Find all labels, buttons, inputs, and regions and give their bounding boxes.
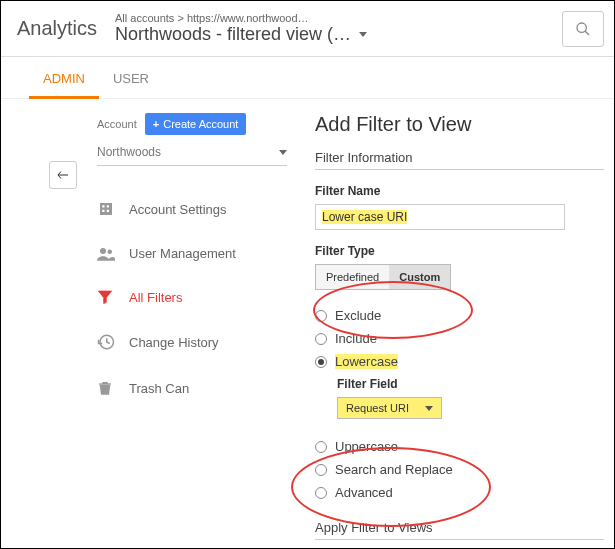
sidebar-item-label: All Filters (129, 290, 182, 305)
filter-name-input[interactable]: Lower case URI (315, 204, 565, 230)
analytics-logo: Analytics (17, 17, 97, 40)
radio-icon (315, 464, 327, 476)
radio-lowercase[interactable]: Lowercase (315, 354, 604, 369)
filter-field-value: Request URI (346, 402, 409, 414)
radio-icon (315, 310, 327, 322)
sidebar-item-change-history[interactable]: Change History (97, 319, 291, 365)
radio-include[interactable]: Include (315, 331, 604, 346)
sidebar-item-account-settings[interactable]: Account Settings (97, 186, 291, 232)
sidebar-item-label: Account Settings (129, 202, 227, 217)
chevron-down-icon (425, 406, 433, 411)
radio-label: Exclude (335, 308, 381, 323)
filter-icon (97, 289, 117, 305)
radio-uppercase[interactable]: Uppercase (315, 439, 604, 454)
create-account-label: Create Account (163, 118, 238, 130)
radio-label: Search and Replace (335, 462, 453, 477)
section-filter-information: Filter Information (315, 150, 604, 170)
page-title: Add Filter to View (315, 113, 604, 136)
svg-rect-5 (107, 205, 109, 207)
radio-icon (315, 333, 327, 345)
radio-search-replace[interactable]: Search and Replace (315, 462, 604, 477)
filter-type-label: Filter Type (315, 244, 604, 258)
svg-point-0 (577, 23, 586, 32)
svg-rect-4 (102, 205, 104, 207)
tab-user[interactable]: USER (99, 59, 163, 98)
radio-icon (315, 487, 327, 499)
sidebar-item-label: Change History (129, 335, 219, 350)
filter-field-select[interactable]: Request URI (337, 397, 442, 419)
search-icon (575, 21, 591, 37)
account-label: Account (97, 118, 137, 130)
radio-exclude[interactable]: Exclude (315, 308, 604, 323)
back-arrow-icon (56, 169, 70, 181)
radio-label: Uppercase (335, 439, 398, 454)
search-button[interactable] (562, 11, 604, 47)
chevron-down-icon (279, 150, 287, 155)
trash-icon (97, 379, 117, 397)
plus-icon: + (153, 118, 159, 130)
sidebar-item-user-management[interactable]: User Management (97, 232, 291, 275)
sidebar-item-trash-can[interactable]: Trash Can (97, 365, 291, 411)
back-button[interactable] (49, 161, 77, 189)
account-select[interactable]: Northwoods (97, 145, 287, 166)
svg-rect-3 (100, 203, 112, 215)
svg-rect-7 (107, 210, 109, 212)
svg-point-8 (100, 248, 106, 254)
filter-field-label: Filter Field (337, 377, 604, 391)
view-name: Northwoods - filtered view (… (115, 24, 351, 45)
filter-name-value: Lower case URI (322, 210, 407, 224)
svg-rect-12 (99, 383, 111, 384)
building-icon (97, 200, 117, 218)
radio-label: Advanced (335, 485, 393, 500)
account-picker[interactable]: All accounts > https://www.northwood… No… (115, 12, 544, 45)
radio-icon (315, 356, 327, 368)
svg-rect-6 (102, 210, 104, 212)
filter-name-label: Filter Name (315, 184, 604, 198)
tab-admin[interactable]: ADMIN (29, 59, 99, 98)
breadcrumb: All accounts > https://www.northwood… (115, 12, 544, 24)
sidebar-item-label: Trash Can (129, 381, 189, 396)
svg-line-1 (585, 31, 589, 35)
radio-label: Lowercase (335, 354, 398, 369)
filter-type-custom[interactable]: Custom (389, 265, 450, 289)
radio-icon (315, 441, 327, 453)
sidebar-item-label: User Management (129, 246, 236, 261)
section-apply-filter: Apply Filter to Views (315, 520, 604, 540)
filter-type-predefined[interactable]: Predefined (316, 265, 389, 289)
sidebar-item-all-filters[interactable]: All Filters (97, 275, 291, 319)
create-account-button[interactable]: + Create Account (145, 113, 247, 135)
radio-label: Include (335, 331, 377, 346)
svg-point-9 (108, 249, 113, 254)
users-icon (97, 247, 117, 261)
chevron-down-icon (359, 32, 367, 37)
account-selected: Northwoods (97, 145, 161, 159)
radio-advanced[interactable]: Advanced (315, 485, 604, 500)
history-icon (97, 333, 117, 351)
